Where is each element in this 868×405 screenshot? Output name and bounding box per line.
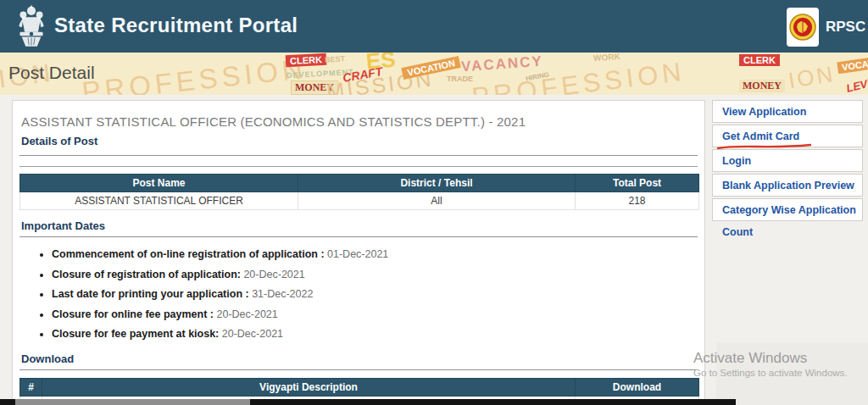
col-number: #: [20, 379, 42, 397]
collage-word: ES: [365, 53, 397, 75]
divider: [19, 369, 698, 370]
collage-word: LEVEL: [845, 74, 868, 95]
col-vigyapti-description: Vigyapti Description: [42, 379, 576, 397]
collage-word: MONEY: [739, 80, 785, 92]
post-title: ASSISTANT STATISTICAL OFFICER (ECONOMICS…: [21, 114, 698, 129]
details-of-post-heading: Details of Post: [21, 135, 698, 147]
col-district-tehsil: District / Tehsil: [298, 175, 576, 192]
collage-word: VACANCY: [460, 53, 543, 76]
cell-post-name: ASSISTANT STATISTICAL OFFICER: [20, 192, 298, 210]
download-heading: Download: [21, 352, 698, 365]
banner-collage: SION PROFESSION CLERK BEST DEVELOPMENT M…: [0, 53, 868, 95]
important-dates-list: Commencement of on-line registration of …: [52, 248, 698, 340]
national-emblem-icon: [17, 4, 46, 52]
divider: [19, 166, 698, 167]
table-row: ASSISTANT STATISTICAL OFFICER All 218: [20, 192, 699, 210]
activate-windows-watermark: Activate Windows: [693, 350, 807, 367]
collage-word: CLERK: [286, 53, 327, 67]
date-item: Commencement of on-line registration of …: [52, 248, 698, 260]
horizontal-scrollbar[interactable]: [0, 399, 736, 405]
collage-word: BEST: [325, 54, 346, 64]
col-total-post: Total Post: [576, 175, 699, 192]
rpsc-logo-icon: [787, 8, 819, 47]
table-header-row: # Vigyapti Description Download: [20, 379, 699, 397]
date-item: Closure for online fee payment : 20-Dec-…: [52, 308, 698, 320]
collage-word: CLERK: [739, 54, 780, 66]
date-item: Last date for printing your application …: [52, 288, 698, 300]
horizontal-scrollbar-thumb[interactable]: [15, 399, 250, 405]
table-header-row: Post Name District / Tehsil Total Post: [20, 175, 699, 192]
page-title: Post Detail: [8, 63, 95, 83]
col-post-name: Post Name: [20, 175, 298, 192]
divider: [19, 155, 698, 156]
app-title: State Recruitment Portal: [54, 14, 298, 37]
date-item: Closure for fee payment at kiosk: 20-Dec…: [52, 328, 698, 340]
screen: State Recruitment Portal RPSC SION PROFE…: [0, 0, 868, 405]
rpsc-label: RPSC: [826, 19, 865, 36]
post-details-table: Post Name District / Tehsil Total Post A…: [19, 174, 699, 210]
collage-word: WORK: [593, 53, 620, 63]
collage-word: TRADE: [447, 75, 473, 83]
content-panel: ASSISTANT STATISTICAL OFFICER (ECONOMICS…: [12, 100, 705, 405]
collage-word: PROFESSION: [81, 53, 309, 95]
cell-district: All: [298, 192, 576, 210]
col-download: Download: [576, 379, 699, 397]
divider: [19, 236, 698, 237]
sidebar: View Application Get Admit Card Login Bl…: [712, 100, 863, 223]
sidebar-link-category-wise-application-count[interactable]: Category Wise Application Count: [712, 198, 863, 221]
sidebar-link-get-admit-card[interactable]: Get Admit Card: [712, 125, 863, 147]
collage-word: ION: [787, 61, 837, 94]
activate-windows-subtext: Go to Settings to activate Windows.: [693, 368, 848, 378]
date-item: Closure of registration of application: …: [52, 269, 698, 280]
cell-total-post: 218: [576, 192, 699, 210]
app-header: State Recruitment Portal RPSC: [0, 0, 868, 53]
collage-word: VOCAT: [837, 57, 868, 75]
sidebar-link-view-application[interactable]: View Application: [712, 100, 863, 123]
sidebar-link-blank-application-preview[interactable]: Blank Application Preview: [712, 174, 863, 197]
sidebar-link-login[interactable]: Login: [712, 149, 863, 172]
important-dates-heading: Important Dates: [21, 219, 698, 232]
